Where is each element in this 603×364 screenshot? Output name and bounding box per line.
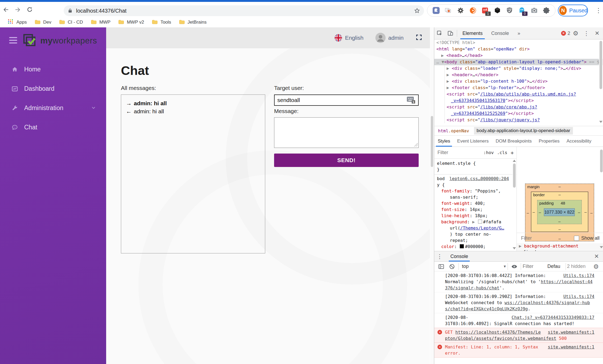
console-error-message[interactable]: ✕site.webmanifest:1GET https://localhost… [434,328,603,343]
browser-menu-icon[interactable]: ⋮ [594,6,602,15]
bookmark-apps[interactable]: Apps [8,19,27,26]
css-rule-line[interactable]: element.style { [434,160,516,166]
dom-tree-line[interactable]: _v=637344350412525269"></script> [434,110,603,117]
gear-bug-icon[interactable] [456,6,465,15]
clear-console-icon[interactable] [447,261,457,272]
checkbox-icon[interactable] [574,236,579,241]
forward-icon[interactable] [12,4,24,16]
css-rule-line[interactable]: lepton6.css…0000000:204bod [434,174,516,182]
menu-toggle-icon[interactable] [9,37,17,43]
css-rules[interactable]: element.style {}lepton6.css…0000000:204b… [434,159,516,250]
message-textarea[interactable] [274,117,419,148]
extensions-puzzle-icon[interactable] [542,6,551,15]
class-button[interactable]: .cls [497,150,507,155]
back-icon[interactable] [0,4,12,16]
console-info-message[interactable]: Utils.ts:174[2020-08-31T03:16:08.442Z] I… [434,271,603,292]
dom-tree-line[interactable]: … ▼<body class="abp-application-layout l… [434,59,603,65]
bookmark-jetbrains[interactable]: JetBrains [179,19,207,26]
console-info-message[interactable]: Chat.js?_v=637344431533349033:17[2020-08… [434,313,603,328]
user-menu[interactable]: admin [375,33,404,43]
app-logo[interactable]: myworkpapers [23,33,97,48]
css-rule-line[interactable]: url(/Themes/Lepton/G… [434,225,516,231]
bookmark-dev[interactable]: Dev [34,19,51,26]
camera-icon[interactable] [530,6,539,15]
breadcrumb-body[interactable]: body.abp-application-layout.lp-opened-si… [474,127,573,134]
console-filter-input[interactable] [522,263,547,270]
computed-filter-input[interactable] [521,235,551,241]
box-model-padding[interactable]: padding48 – – – 1077.330 × 822 [537,200,582,224]
tab-console[interactable]: Console [487,27,513,39]
css-rule-line[interactable]: font-weight: 400; [434,200,516,206]
computed-scrollbar[interactable] [600,147,603,233]
bookmark-mwp-v2[interactable]: MWP v2 [118,19,144,26]
elements-tree[interactable]: <!DOCTYPE html><html lang="en" class="op… [434,39,603,126]
css-rule-line[interactable]: repeat; [434,237,516,243]
dom-tree-line[interactable]: ▶ <div class="lp-content h-100">…</div> [434,78,603,85]
show-all-checkbox[interactable]: Show all [574,235,600,241]
new-style-rule-button[interactable]: + [511,150,514,156]
css-rule-line[interactable]: font-size: 14px; [434,206,516,213]
css-rule-line[interactable]: ) top center no- [434,231,516,237]
cube-icon[interactable] [493,6,502,15]
language-selector[interactable]: English [334,34,364,42]
sidebar-item-chat[interactable]: Chat [0,118,106,137]
bookmark-tools[interactable]: Tools [152,19,171,26]
bookmark-star-icon[interactable] [414,8,420,14]
target-user-input[interactable] [274,94,419,106]
console-sidebar-icon[interactable] [436,261,447,272]
console-info-message[interactable]: Utils.ts:174[2020-08-31T03:16:09.290Z] I… [434,292,603,313]
console-error-message[interactable]: ✕site.webmanifest:1Manifest: Line: 1, co… [434,343,603,358]
drawer-menu-icon[interactable]: ⋮ [434,251,445,262]
css-rule-line[interactable]: font-family: "Poppins", [434,188,516,194]
breadcrumb-html[interactable]: html.openNav [438,128,469,133]
fullscreen-icon[interactable] [415,34,422,42]
reload-icon[interactable] [24,4,35,16]
execution-context-selector[interactable]: top [462,264,469,269]
tab-dom-breakpoints[interactable]: DOM Breakpoints [492,136,535,147]
elements-scrollbar[interactable] [599,40,603,125]
dom-tree-line[interactable]: <script src="/libs/abp/core/abp.js? [434,104,603,110]
styles-filter-input[interactable] [437,150,470,156]
messages-box[interactable]: →admin: hi all←admin: hi all [121,94,265,253]
ghostery-icon[interactable]: 0 [517,6,526,15]
tab-properties[interactable]: Properties [535,136,563,147]
sidebar-item-home[interactable]: Home [0,60,106,79]
devtools-menu-icon[interactable]: ⋮ [581,28,592,39]
csp-shield-icon[interactable]: CSP [505,6,514,15]
dom-tree-line[interactable]: ▶ <footer class="lp-footer">…</footer> [434,85,603,91]
page-scrollbar[interactable] [430,27,434,364]
hover-state-button[interactable]: :hov [483,150,494,155]
device-toolbar-icon[interactable] [445,28,456,39]
tab-accessibility[interactable]: Accessibility [563,136,595,147]
dom-tree-line[interactable]: _v=637344350413563170"></script> [434,97,603,104]
console-messages[interactable]: Utils.ts:174[2020-08-31T03:16:08.442Z] I… [434,271,603,364]
computed-properties[interactable]: ▶ background-attachmentfixed [517,243,603,252]
textarea-resize-handle[interactable] [414,143,418,147]
sidebar-item-administration[interactable]: Administration [0,98,106,118]
dom-tree-line[interactable]: <script src="/libs/jquery/jquery.js? [434,117,603,123]
form-filler-extension-icon[interactable]: 1 [406,96,416,104]
dom-tree-line[interactable]: <html lang="en" class="openNav" dir> [434,46,603,52]
console-close-icon[interactable]: ✕ [591,251,602,262]
dom-tree-line[interactable]: ▶ <div class="loader" style="display: no… [434,65,603,72]
console-drawer-tab[interactable]: Console [447,251,472,261]
tab-event-listeners[interactable]: Event Listeners [454,136,492,147]
sidebar-item-dashboard[interactable]: Dashboard [0,79,106,98]
address-bar[interactable]: localhost:44376/Chat [64,5,424,16]
url-text[interactable]: localhost:44376/Chat [76,8,414,14]
bookmark-ci-cd[interactable]: CI - CD [59,19,83,26]
log-levels-dropdown[interactable]: Defau [547,264,565,269]
box-model-border[interactable]: border – – – – padding48 – – – 1077.330 … [531,192,588,232]
dom-tree-line[interactable]: ▶ <header>…</header> [434,72,603,78]
console-settings-icon[interactable]: ⚙ [591,261,601,272]
computed-property-line[interactable]: ▶ background-attachment [517,243,603,249]
live-expression-eye-icon[interactable] [509,261,520,272]
box-model-content[interactable]: 1077.330 × 822 [544,208,575,216]
password-dots-icon[interactable]: 1 [480,6,490,15]
error-count-badge[interactable]: ✕ 2 [561,31,570,36]
profile-button[interactable]: N Paused [558,5,588,16]
css-rule-line[interactable]: sans-serif; [434,194,516,200]
css-rule-line[interactable]: } [434,166,516,173]
dom-tree-line[interactable]: <script src="/libs/abp/utils/abp-utils.u… [434,91,603,97]
css-rule-line[interactable]: color: #000000; [434,243,516,250]
